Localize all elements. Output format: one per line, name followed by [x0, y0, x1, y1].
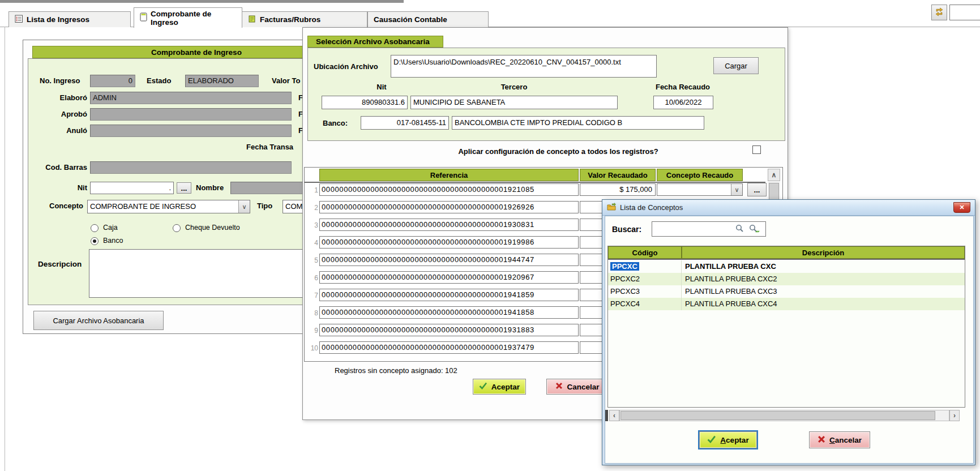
banco-label: Banco: — [323, 117, 354, 130]
concepto-recaudo-header: Concepto Recaudo — [657, 169, 743, 181]
concept-codigo-cell[interactable]: PPCXC3 — [608, 285, 682, 298]
row-number: 5 — [305, 254, 318, 267]
conceptos-table: Código Descripción PPCXC PLANTILLA PRUEB… — [607, 246, 965, 408]
scroll-up-arrow[interactable]: ∧ — [768, 169, 780, 181]
tab-comprobante-de-ingreso[interactable]: Comprobante de Ingreso — [134, 7, 242, 28]
cargar-button[interactable]: Cargar — [713, 57, 759, 74]
cod-barras-label: Cod. Barras — [40, 161, 87, 174]
cargar-archivo-asobancaria-button[interactable]: Cargar Archivo Asobancaria — [33, 311, 164, 330]
list-item[interactable]: PPCXC PLANTILLA PRUEBA CXC — [608, 260, 965, 273]
tab-label: Lista de Ingresos — [27, 15, 89, 24]
banco-code-field[interactable]: 017-081455-11 — [361, 116, 449, 130]
ubicacion-archivo-input[interactable]: D:\Users\Usuario\Downloads\REC_20220610_… — [391, 55, 657, 78]
referencia-header: Referencia — [319, 169, 579, 181]
top-strip — [0, 0, 404, 3]
close-icon[interactable]: ✕ — [953, 202, 970, 213]
scrollbar-grip[interactable] — [605, 410, 608, 421]
elaboro-field: ADMIN — [90, 92, 292, 104]
reference-cell[interactable]: 0000000000000000000000000000000000000000… — [319, 289, 579, 301]
conceptos-cancelar-button[interactable]: Cancelar — [809, 431, 870, 448]
reference-cell[interactable]: 0000000000000000000000000000000000000000… — [319, 219, 579, 231]
elaboro-label: Elaboró — [40, 92, 87, 104]
row-number: 1 — [305, 183, 318, 197]
radio-cheque-devuelto[interactable]: Cheque Devuelto — [173, 224, 240, 232]
search-icon[interactable] — [734, 224, 744, 236]
reference-cell[interactable]: 0000000000000000000000000000000000000000… — [319, 254, 579, 266]
concept-codigo-cell[interactable]: PPCXC2 — [608, 273, 682, 285]
reference-cell[interactable]: 0000000000000000000000000000000000000000… — [319, 201, 579, 213]
tab-lista-de-ingresos[interactable]: Lista de Ingresos — [8, 11, 131, 27]
nombre-label: Nombre — [196, 182, 229, 194]
radio-cheque-circle[interactable] — [173, 224, 181, 232]
conceptos-table-rows: PPCXC PLANTILLA PRUEBA CXC PPCXC2 PLANTI… — [608, 260, 965, 310]
concept-descripcion-cell[interactable]: PLANTILLA PRUEBA CXC3 — [682, 285, 965, 298]
row-number: 3 — [305, 219, 318, 232]
radio-caja-circle[interactable] — [91, 224, 99, 232]
radio-banco-circle[interactable] — [91, 237, 99, 245]
descripcion-textarea[interactable] — [89, 249, 327, 298]
window-title: Lista de Conceptos — [620, 203, 949, 212]
radio-banco[interactable]: Banco — [91, 237, 123, 245]
tipo-label: Tipo — [257, 200, 282, 212]
concept-descripcion-cell[interactable]: PLANTILLA PRUEBA CXC4 — [682, 298, 965, 310]
quick-search-input[interactable] — [949, 5, 980, 20]
invoice-icon — [248, 14, 256, 25]
reference-cell[interactable]: 0000000000000000000000000000000000000000… — [319, 324, 579, 336]
horizontal-scrollbar-thumb[interactable] — [620, 411, 935, 420]
concepto-browse-button[interactable]: ... — [747, 183, 767, 196]
row-number: 7 — [305, 289, 318, 302]
no-ingreso-field: 0 — [90, 75, 135, 87]
reference-cell[interactable]: 0000000000000000000000000000000000000000… — [319, 183, 579, 196]
concepto-dropdown[interactable]: COMPROBANTE DE INGRESO ∨ — [87, 200, 250, 213]
descripcion-label: Descripcion — [38, 258, 88, 271]
chevron-down-icon[interactable]: ∨ — [731, 184, 742, 195]
reference-cell[interactable]: 0000000000000000000000000000000000000000… — [319, 271, 579, 284]
tab-causacion-contable[interactable]: Causación Contable — [367, 11, 489, 27]
nit-value-field[interactable]: 890980331.6 — [322, 96, 408, 109]
concept-codigo-cell[interactable]: PPCXC4 — [608, 298, 682, 310]
reference-cell[interactable]: 0000000000000000000000000000000000000000… — [319, 236, 579, 249]
list-item[interactable]: PPCXC2 PLANTILLA PRUEBA CXC2 — [608, 273, 965, 285]
anulo-label: Anuló — [40, 125, 87, 137]
nit-input[interactable]: . — [90, 182, 174, 194]
red-x-icon — [555, 382, 563, 391]
list-item[interactable]: PPCXC3 PLANTILLA PRUEBA CXC3 — [608, 285, 965, 298]
list-item[interactable]: PPCXC4 PLANTILLA PRUEBA CXC4 — [608, 298, 965, 310]
no-ingreso-label: No. Ingreso — [40, 75, 87, 87]
codigo-header: Código — [608, 246, 682, 259]
tercero-value-field[interactable]: MUNICIPIO DE SABANETA — [410, 96, 618, 109]
radio-caja[interactable]: Caja — [91, 224, 118, 232]
concept-descripcion-cell[interactable]: PLANTILLA PRUEBA CXC2 — [682, 273, 965, 285]
nit-browse-button[interactable]: ... — [177, 182, 191, 194]
tab-label: Facturas/Rubros — [260, 15, 320, 24]
nit-label: Nit — [51, 182, 87, 194]
check-icon — [707, 435, 716, 445]
estado-label: Estado — [147, 75, 181, 87]
estado-field: ELABORADO — [185, 75, 259, 87]
scroll-left-arrow[interactable]: ‹ — [609, 410, 619, 421]
chevron-down-icon[interactable]: ∨ — [238, 200, 250, 213]
valor-cell[interactable]: $ 175,000 — [580, 183, 656, 196]
fecha-recaudo-value-field[interactable]: 10/06/2022 — [653, 96, 713, 109]
apply-config-checkbox[interactable] — [752, 145, 761, 154]
concept-descripcion-cell[interactable]: PLANTILLA PRUEBA CXC — [682, 260, 965, 273]
reference-cell[interactable]: 0000000000000000000000000000000000000000… — [319, 341, 579, 354]
reference-cell[interactable]: 0000000000000000000000000000000000000000… — [319, 306, 579, 319]
header-separator — [305, 182, 765, 183]
app-root: Lista de Ingresos Comprobante de Ingreso… — [0, 0, 980, 471]
scroll-right-arrow[interactable]: › — [949, 410, 960, 421]
banco-name-field[interactable]: BANCOLOMBIA CTE IMPTO PREDIAL CODIGO B — [452, 116, 704, 130]
document-icon — [140, 12, 147, 23]
refresh-button[interactable] — [931, 5, 947, 20]
window-titlebar[interactable]: Lista de Conceptos ✕ — [602, 200, 975, 216]
concepto-recaudo-dropdown[interactable]: ∨ — [657, 183, 743, 196]
tab-facturas-rubros[interactable]: Facturas/Rubros — [242, 11, 367, 27]
file-dialog-cancelar-button[interactable]: Cancelar — [546, 379, 609, 395]
file-dialog-aceptar-button[interactable]: Aceptar — [473, 379, 526, 395]
conceptos-aceptar-button[interactable]: Aceptar — [699, 431, 757, 448]
refresh-icon — [935, 7, 944, 18]
anulo-field — [90, 125, 292, 137]
concept-codigo-cell[interactable]: PPCXC — [608, 260, 682, 273]
search-next-icon[interactable] — [748, 224, 760, 236]
file-dialog-panel: Ubicación Archivo D:\Users\Usuario\Downl… — [307, 48, 785, 141]
